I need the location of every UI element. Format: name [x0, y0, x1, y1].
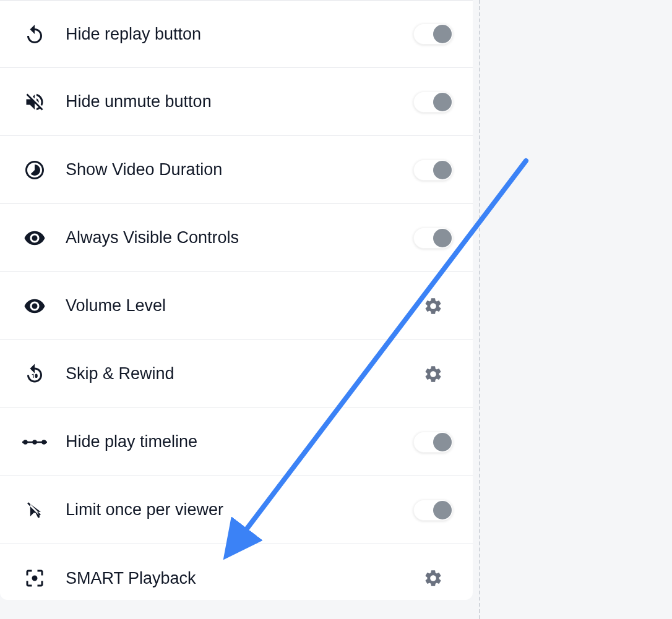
setting-label: Skip & Rewind	[47, 364, 421, 383]
setting-label: SMART Playback	[47, 569, 421, 588]
svg-point-1	[23, 440, 28, 445]
setting-always-visible-controls[interactable]: Always Visible Controls	[0, 204, 473, 272]
setting-smart-playback[interactable]: SMART Playback	[0, 544, 473, 612]
setting-show-video-duration[interactable]: Show Video Duration	[0, 136, 473, 204]
eye-icon	[22, 294, 47, 318]
svg-point-3	[41, 440, 46, 445]
toggle-show-duration[interactable]	[413, 160, 453, 181]
svg-point-2	[32, 440, 37, 445]
toggle-hide-replay[interactable]	[413, 23, 453, 45]
vertical-divider	[479, 0, 480, 619]
toggle-hide-timeline[interactable]	[413, 432, 453, 453]
setting-label: Volume Level	[47, 296, 421, 315]
setting-limit-once-per-viewer[interactable]: Limit once per viewer	[0, 476, 473, 544]
center-focus-icon	[22, 566, 47, 591]
settings-panel: Hide replay button Hide unmute button Sh…	[0, 0, 473, 600]
eye-icon	[22, 226, 47, 250]
setting-label: Hide play timeline	[47, 432, 413, 451]
cursor-off-icon	[22, 498, 47, 523]
replay-icon	[22, 22, 47, 46]
setting-label: Show Video Duration	[47, 160, 413, 179]
setting-volume-level[interactable]: Volume Level	[0, 272, 473, 340]
setting-hide-unmute-button[interactable]: Hide unmute button	[0, 68, 473, 136]
toggle-limit-once[interactable]	[413, 500, 453, 521]
gear-volume-level[interactable]	[421, 294, 446, 318]
setting-skip-rewind[interactable]: Skip & Rewind	[0, 340, 473, 408]
setting-label: Limit once per viewer	[47, 500, 413, 519]
setting-label: Hide unmute button	[47, 92, 413, 111]
toggle-hide-unmute[interactable]	[413, 92, 453, 113]
toggle-always-visible[interactable]	[413, 228, 453, 249]
volume-off-icon	[22, 90, 47, 114]
setting-hide-replay-button[interactable]: Hide replay button	[0, 0, 473, 68]
setting-label: Hide replay button	[47, 25, 413, 44]
gear-smart-playback[interactable]	[421, 566, 446, 591]
setting-hide-play-timeline[interactable]: Hide play timeline	[0, 408, 473, 476]
replay-10-icon	[22, 362, 47, 386]
gear-skip-rewind[interactable]	[421, 362, 446, 386]
setting-label: Always Visible Controls	[47, 228, 413, 247]
timeline-icon	[22, 430, 47, 455]
timelapse-icon	[22, 158, 47, 182]
